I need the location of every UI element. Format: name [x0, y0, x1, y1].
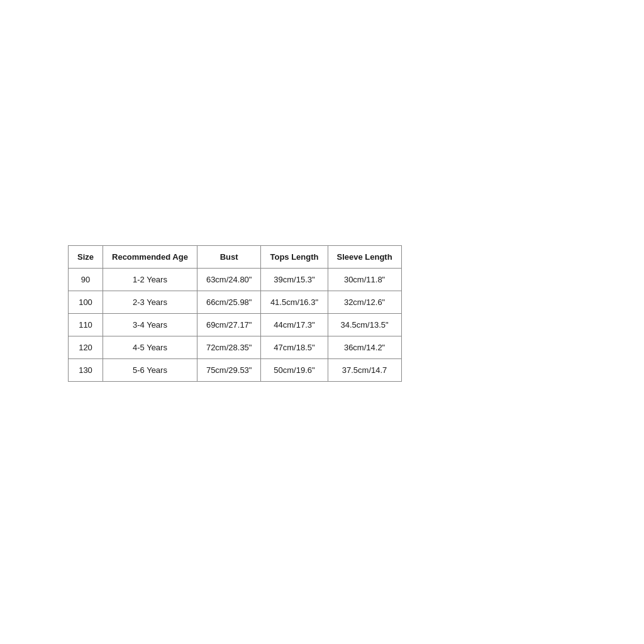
cell-tops_length: 50cm/19.6" — [261, 359, 328, 382]
table-header-row: Size Recommended Age Bust Tops Length Sl… — [69, 246, 402, 269]
cell-age: 1-2 Years — [103, 269, 197, 291]
header-tops-length: Tops Length — [261, 246, 328, 269]
table-row: 1305-6 Years75cm/29.53"50cm/19.6"37.5cm/… — [69, 359, 402, 382]
cell-size: 100 — [69, 291, 103, 314]
header-bust: Bust — [197, 246, 261, 269]
cell-size: 90 — [69, 269, 103, 291]
size-chart-table: Size Recommended Age Bust Tops Length Sl… — [68, 245, 402, 382]
cell-sleeve_length: 36cm/14.2" — [328, 336, 401, 359]
cell-sleeve_length: 37.5cm/14.7 — [328, 359, 401, 382]
header-size: Size — [69, 246, 103, 269]
cell-tops_length: 39cm/15.3" — [261, 269, 328, 291]
table-row: 1204-5 Years72cm/28.35"47cm/18.5"36cm/14… — [69, 336, 402, 359]
header-sleeve-length: Sleeve Length — [328, 246, 401, 269]
table-row: 1103-4 Years69cm/27.17"44cm/17.3"34.5cm/… — [69, 314, 402, 336]
cell-age: 3-4 Years — [103, 314, 197, 336]
cell-sleeve_length: 32cm/12.6" — [328, 291, 401, 314]
cell-size: 130 — [69, 359, 103, 382]
cell-size: 110 — [69, 314, 103, 336]
cell-bust: 66cm/25.98" — [197, 291, 261, 314]
cell-age: 5-6 Years — [103, 359, 197, 382]
cell-sleeve_length: 34.5cm/13.5" — [328, 314, 401, 336]
cell-bust: 63cm/24.80" — [197, 269, 261, 291]
cell-bust: 69cm/27.17" — [197, 314, 261, 336]
table-row: 901-2 Years63cm/24.80"39cm/15.3"30cm/11.… — [69, 269, 402, 291]
cell-tops_length: 47cm/18.5" — [261, 336, 328, 359]
cell-size: 120 — [69, 336, 103, 359]
header-recommended-age: Recommended Age — [103, 246, 197, 269]
cell-sleeve_length: 30cm/11.8" — [328, 269, 401, 291]
cell-bust: 72cm/28.35" — [197, 336, 261, 359]
cell-tops_length: 41.5cm/16.3" — [261, 291, 328, 314]
cell-age: 4-5 Years — [103, 336, 197, 359]
cell-age: 2-3 Years — [103, 291, 197, 314]
cell-tops_length: 44cm/17.3" — [261, 314, 328, 336]
table-row: 1002-3 Years66cm/25.98"41.5cm/16.3"32cm/… — [69, 291, 402, 314]
size-chart-container: Size Recommended Age Bust Tops Length Sl… — [68, 245, 402, 382]
cell-bust: 75cm/29.53" — [197, 359, 261, 382]
